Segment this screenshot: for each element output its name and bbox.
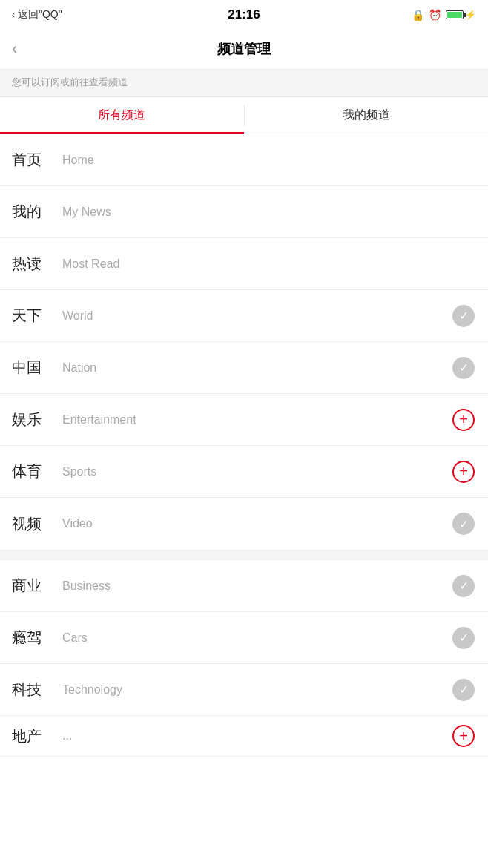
channel-action-home <box>451 148 476 173</box>
channel-zh-video: 视频 <box>12 514 56 534</box>
channel-action-estate[interactable]: + <box>451 723 476 749</box>
section-separator <box>0 550 488 560</box>
channel-en-technology: Technology <box>62 683 451 697</box>
channel-zh-technology: 科技 <box>12 680 56 700</box>
channel-item-technology[interactable]: 科技 Technology ✓ <box>0 664 488 716</box>
channel-item-mynews[interactable]: 我的 My News <box>0 186 488 238</box>
check-icon-nation: ✓ <box>452 357 475 379</box>
channel-zh-estate: 地产 <box>12 726 56 746</box>
channel-action-technology[interactable]: ✓ <box>451 677 476 703</box>
check-icon-cars: ✓ <box>452 627 475 649</box>
nav-bar: ‹ 频道管理 <box>0 30 488 68</box>
channel-en-mostread: Most Read <box>62 257 451 271</box>
subtitle-text: 您可以订阅或前往查看频道 <box>12 76 128 88</box>
check-icon-video: ✓ <box>452 513 475 535</box>
back-button[interactable]: ‹ <box>12 39 17 59</box>
channel-en-business: Business <box>62 579 451 593</box>
channel-action-sports[interactable]: + <box>451 459 476 484</box>
channel-action-world[interactable]: ✓ <box>451 303 476 329</box>
status-time: 21:16 <box>228 7 260 22</box>
tab-my-channels[interactable]: 我的频道 <box>245 97 489 134</box>
channel-zh-mynews: 我的 <box>12 202 56 222</box>
channel-action-mynews <box>451 200 476 225</box>
tab-all-channels[interactable]: 所有频道 <box>0 97 244 134</box>
channel-zh-sports: 体育 <box>12 461 56 481</box>
battery-fill <box>447 12 462 18</box>
status-back-chevron: ‹ <box>12 10 15 20</box>
channel-item-video[interactable]: 视频 Video ✓ <box>0 498 488 550</box>
plus-icon-sports: + <box>452 461 475 483</box>
channel-zh-mostread: 热读 <box>12 254 56 274</box>
channel-action-business[interactable]: ✓ <box>451 573 476 599</box>
status-back-label: ‹ 返回"QQ" <box>12 8 62 22</box>
channel-en-home: Home <box>62 154 451 167</box>
tab-bar: 所有频道 我的频道 <box>0 97 488 134</box>
channel-en-nation: Nation <box>62 361 451 375</box>
channel-en-cars: Cars <box>62 631 451 645</box>
channel-en-world: World <box>62 309 451 323</box>
battery-indicator: ⚡ <box>446 10 476 20</box>
page-title: 频道管理 <box>217 40 271 58</box>
status-bar: ‹ 返回"QQ" 21:16 🔒 ⏰ ⚡ <box>0 0 488 30</box>
tab-my-channels-label: 我的频道 <box>343 108 390 123</box>
lock-icon: 🔒 <box>412 9 424 21</box>
channel-item-estate-partial[interactable]: 地产 ... + <box>0 716 488 757</box>
channel-zh-nation: 中国 <box>12 358 56 378</box>
status-back-text: 返回"QQ" <box>18 8 62 22</box>
channel-item-world[interactable]: 天下 World ✓ <box>0 290 488 342</box>
channel-zh-cars: 瘾驾 <box>12 628 56 648</box>
channel-list-section1: 首页 Home 我的 My News 热读 Most Read 天下 World… <box>0 134 488 550</box>
channel-item-cars[interactable]: 瘾驾 Cars ✓ <box>0 612 488 664</box>
channel-item-mostread[interactable]: 热读 Most Read <box>0 238 488 290</box>
channel-zh-entertainment: 娱乐 <box>12 410 56 430</box>
channel-action-cars[interactable]: ✓ <box>451 625 476 651</box>
channel-en-mynews: My News <box>62 206 451 219</box>
channel-zh-world: 天下 <box>12 306 56 326</box>
channel-zh-home: 首页 <box>12 150 56 170</box>
plus-icon-estate: + <box>452 725 475 747</box>
channel-item-entertainment[interactable]: 娱乐 Entertainment + <box>0 394 488 446</box>
channel-item-nation[interactable]: 中国 Nation ✓ <box>0 342 488 394</box>
channel-item-home[interactable]: 首页 Home <box>0 134 488 186</box>
battery-bolt: ⚡ <box>465 10 476 20</box>
channel-en-estate: ... <box>62 729 451 743</box>
channel-item-sports[interactable]: 体育 Sports + <box>0 446 488 498</box>
channel-action-entertainment[interactable]: + <box>451 407 476 433</box>
tab-all-channels-label: 所有频道 <box>98 108 145 123</box>
channel-en-sports: Sports <box>62 465 451 479</box>
plus-icon-entertainment: + <box>452 409 475 431</box>
channel-en-video: Video <box>62 517 451 530</box>
check-icon-business: ✓ <box>452 575 475 597</box>
channel-item-business[interactable]: 商业 Business ✓ <box>0 560 488 612</box>
status-icons: 🔒 ⏰ ⚡ <box>412 9 476 21</box>
channel-action-video[interactable]: ✓ <box>451 511 476 536</box>
battery-body <box>446 10 464 19</box>
alarm-icon: ⏰ <box>429 9 441 21</box>
channel-list-section2: 商业 Business ✓ 瘾驾 Cars ✓ 科技 Technology ✓ … <box>0 560 488 757</box>
subtitle-bar: 您可以订阅或前往查看频道 <box>0 68 488 97</box>
channel-action-nation[interactable]: ✓ <box>451 355 476 381</box>
channel-action-mostread <box>451 251 476 277</box>
check-icon-world: ✓ <box>452 305 475 327</box>
channel-en-entertainment: Entertainment <box>62 413 451 427</box>
channel-zh-business: 商业 <box>12 576 56 596</box>
check-icon-technology: ✓ <box>452 679 475 701</box>
